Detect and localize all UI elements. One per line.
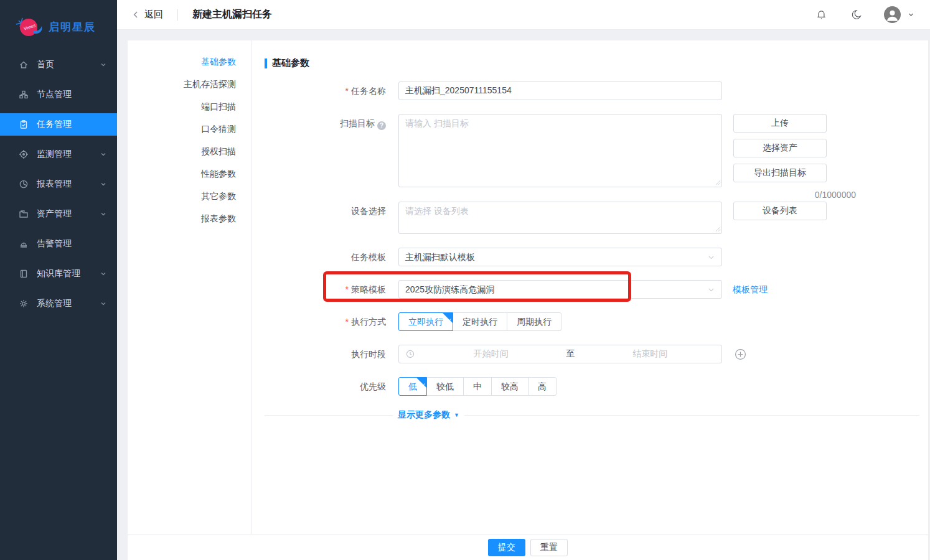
sidebar-item-label: 报表管理 [37, 179, 72, 190]
tasks-icon [19, 119, 29, 129]
section-anchor-nav: 基础参数 主机存活探测 端口扫描 口令猜测 授权扫描 性能参数 其它参数 报表参… [128, 40, 252, 560]
back-button[interactable]: 返回 [132, 9, 163, 21]
exec-mode-row: *执行方式 立即执行 定时执行 周期执行 [265, 312, 919, 331]
sidebar-item-nodes[interactable]: 节点管理 [0, 83, 117, 106]
sidebar-item-system[interactable]: 系统管理 [0, 292, 117, 315]
option-label: 低 [408, 381, 417, 391]
exec-period-row: 执行时段 开始时间 至 结束时间 [265, 345, 919, 363]
logo: Venus 启明星辰 [0, 0, 117, 54]
start-time-placeholder[interactable]: 开始时间 [420, 348, 563, 360]
option-label: 立即执行 [408, 317, 443, 327]
char-counter: 0/1000000 [398, 190, 856, 200]
chevron-down-icon [100, 180, 107, 188]
header-divider [177, 9, 178, 21]
exec-mode-option-immediate[interactable]: 立即执行 [398, 312, 453, 331]
anchor-auth-scan[interactable]: 授权扫描 [128, 146, 251, 156]
add-time-range-icon[interactable] [734, 348, 747, 361]
chevron-down-icon [707, 286, 715, 294]
end-time-placeholder[interactable]: 结束时间 [579, 348, 722, 360]
back-label: 返回 [144, 9, 163, 21]
policy-template-label: *策略模板 [265, 280, 398, 299]
form-footer: 提交 重置 [128, 534, 928, 560]
section-title-bar [265, 58, 267, 68]
scan-target-textarea[interactable] [398, 114, 722, 187]
sidebar-item-knowledge[interactable]: 知识库管理 [0, 263, 117, 285]
policy-template-value: 2025攻防演练高危漏洞 [405, 284, 494, 294]
template-manage-link[interactable]: 模板管理 [733, 280, 768, 299]
sidebar-item-alarm[interactable]: 告警管理 [0, 233, 117, 255]
sidebar-item-monitor[interactable]: 监测管理 [0, 143, 117, 166]
priority-label: 优先级 [265, 377, 398, 396]
form-area: 基础参数 *任务名称 扫描目标 0/1000000 上传 选择资产 导出扫描目标 [252, 40, 928, 560]
chevron-down-icon[interactable] [907, 11, 915, 19]
more-params-label: 显示更多参数 [398, 409, 450, 421]
priority-option-higher[interactable]: 较高 [491, 377, 528, 396]
task-template-value: 主机漏扫默认模板 [405, 252, 475, 262]
logo-mark-icon: Venus [15, 14, 44, 39]
sidebar-item-label: 节点管理 [37, 89, 72, 100]
required-asterisk: * [345, 86, 349, 96]
task-name-input[interactable] [398, 82, 722, 100]
upload-button[interactable]: 上传 [733, 114, 827, 133]
exec-mode-option-periodic[interactable]: 周期执行 [507, 312, 561, 331]
anchor-password-guess[interactable]: 口令猜测 [128, 124, 251, 134]
time-range-input[interactable]: 开始时间 至 结束时间 [398, 345, 722, 363]
home-icon [19, 60, 29, 70]
task-template-label: 任务模板 [265, 248, 398, 266]
scan-target-buttons: 上传 选择资产 导出扫描目标 [733, 114, 827, 182]
exec-mode-label: *执行方式 [265, 312, 398, 331]
priority-option-low[interactable]: 低 [398, 377, 427, 396]
chevron-down-icon [100, 151, 107, 158]
top-header: 返回 新建主机漏扫任务 [117, 0, 930, 30]
device-select-row: 设备选择 设备列表 [265, 202, 919, 234]
anchor-performance[interactable]: 性能参数 [128, 169, 251, 179]
device-select-textarea[interactable] [398, 202, 722, 234]
anchor-report-params[interactable]: 报表参数 [128, 213, 251, 223]
book-icon [19, 269, 29, 279]
anchor-basic-params[interactable]: 基础参数 [128, 57, 251, 67]
dark-mode-moon-icon[interactable] [850, 9, 863, 21]
priority-group: 低 较低 中 较高 高 [398, 377, 557, 396]
sidebar-item-label: 告警管理 [37, 238, 72, 250]
clock-icon [406, 350, 415, 358]
sidebar-item-tasks[interactable]: 任务管理 [0, 113, 117, 136]
policy-template-select[interactable]: 2025攻防演练高危漏洞 [398, 280, 722, 299]
header-actions [815, 6, 915, 23]
reset-button[interactable]: 重置 [530, 539, 568, 556]
chevron-down-icon [100, 300, 107, 307]
option-label: 定时执行 [463, 317, 497, 327]
anchor-port-scan[interactable]: 端口扫描 [128, 101, 251, 111]
export-targets-button[interactable]: 导出扫描目标 [733, 164, 827, 182]
task-template-select[interactable]: 主机漏扫默认模板 [398, 248, 722, 266]
chevron-left-icon [132, 11, 140, 19]
priority-option-medium[interactable]: 中 [463, 377, 492, 396]
priority-option-lower[interactable]: 较低 [426, 377, 464, 396]
sidebar-item-label: 首页 [37, 59, 54, 70]
submit-button[interactable]: 提交 [488, 539, 525, 556]
exec-mode-option-scheduled[interactable]: 定时执行 [453, 312, 507, 331]
sidebar-item-label: 资产管理 [37, 208, 72, 220]
show-more-params-link[interactable]: 显示更多参数 ▼ [398, 409, 459, 421]
main-card: 基础参数 主机存活探测 端口扫描 口令猜测 授权扫描 性能参数 其它参数 报表参… [128, 40, 928, 560]
device-list-button[interactable]: 设备列表 [733, 202, 827, 220]
folder-icon [19, 209, 29, 219]
scan-target-row: 扫描目标 0/1000000 上传 选择资产 导出扫描目标 [265, 114, 919, 200]
anchor-other-params[interactable]: 其它参数 [128, 191, 251, 201]
priority-row: 优先级 低 较低 中 较高 高 [265, 377, 919, 396]
user-avatar[interactable] [884, 6, 901, 23]
notification-bell-icon[interactable] [815, 8, 828, 21]
sidebar: Venus 启明星辰 首页 节点管理 任务管理 监测管理 报表管理 [0, 0, 117, 560]
anchor-host-alive[interactable]: 主机存活探测 [128, 79, 251, 89]
priority-option-high[interactable]: 高 [528, 377, 557, 396]
chevron-down-icon [100, 61, 107, 68]
task-name-label: *任务名称 [265, 82, 398, 100]
sidebar-item-label: 监测管理 [37, 149, 72, 160]
sidebar-item-assets[interactable]: 资产管理 [0, 203, 117, 225]
sidebar-item-report[interactable]: 报表管理 [0, 173, 117, 195]
sidebar-item-home[interactable]: 首页 [0, 54, 117, 76]
sidebar-nav: 首页 节点管理 任务管理 监测管理 报表管理 资产管理 告警管理 [0, 54, 117, 315]
select-assets-button[interactable]: 选择资产 [733, 139, 827, 157]
sidebar-item-label: 系统管理 [37, 298, 72, 309]
more-params-row: 显示更多参数 ▼ [265, 409, 919, 421]
help-icon[interactable] [377, 121, 386, 130]
